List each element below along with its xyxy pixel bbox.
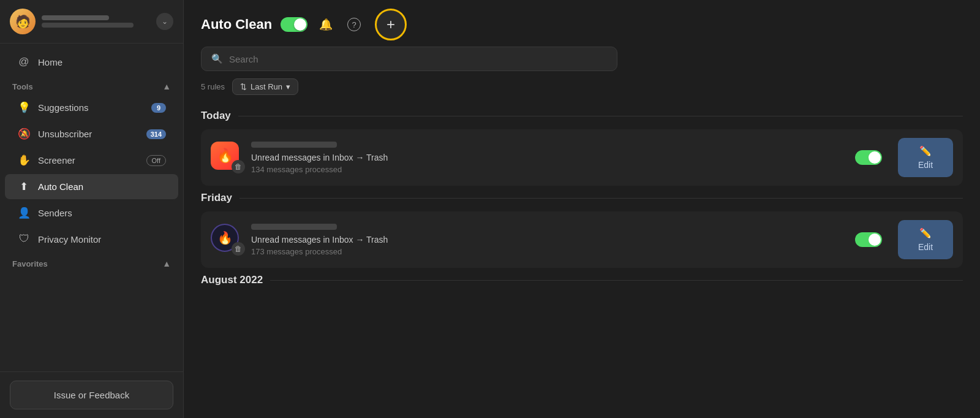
sidebar-item-screener[interactable]: ✋ Screener Off [5,148,178,173]
favorites-collapse-button[interactable]: ▲ [162,259,171,268]
toggle-thumb [294,18,306,31]
rule-toggle-thumb [869,234,881,246]
sidebar-item-label: Senders [38,208,72,218]
rule-toggle-wrapper [855,232,882,247]
auto-clean-toggle[interactable] [281,17,307,32]
issue-feedback-button[interactable]: Issue or Feedback [10,381,173,409]
sidebar-item-privacy-monitor[interactable]: 🛡 Privacy Monitor [5,227,178,251]
sidebar-item-label: Privacy Monitor [38,234,101,245]
bulb-icon: 💡 [17,101,31,114]
rule-info: Unread messages in Inbox → Trash 173 mes… [251,224,846,256]
main-header: Auto Clean 🔔 ? + [184,0,980,40]
chevron-down-icon: ▾ [286,82,290,91]
rule-toggle-thumb [869,151,881,164]
unsubscriber-badge: 314 [146,129,166,139]
rules-count: 5 rules [201,82,225,91]
sidebar-item-label: Home [38,57,62,67]
section-august-2022: August 2022 [201,274,963,286]
edit-label: Edit [918,242,933,252]
avatar: 🧑 [10,9,36,34]
rule-icon-trash: 🗑 [232,160,245,173]
plus-icon: + [386,16,395,33]
sidebar-item-label: Screener [38,155,75,165]
sidebar-item-senders[interactable]: 👤 Senders [5,200,178,226]
hand-icon: ✋ [17,154,31,167]
rule-card: 🔥 🗑 Unread messages in Inbox → Trash 134… [201,129,963,186]
screener-badge: Off [146,155,166,166]
sidebar-collapse-button[interactable]: ⌄ [156,13,173,30]
search-bar: 🔍 [201,47,617,71]
rule-name-placeholder [251,224,337,230]
user-info [42,15,150,28]
tools-section-header: Tools ▲ [0,75,183,94]
sidebar-item-unsubscriber[interactable]: 🔕 Unsubscriber 314 [5,121,178,146]
section-friday: Friday [201,192,963,204]
favorites-section-label: Favorites [12,259,48,268]
shield-icon: 🛡 [17,233,31,245]
sidebar-item-suggestions[interactable]: 💡 Suggestions 9 [5,95,178,120]
edit-rule-button[interactable]: ✏️ Edit [898,138,953,177]
sidebar-footer: Issue or Feedback [0,371,183,418]
user-bar-2 [42,23,134,28]
rule-toggle[interactable] [855,232,882,247]
sidebar-item-label: Unsubscriber [38,129,92,139]
search-icon: 🔍 [211,53,223,64]
rule-toggle[interactable] [855,150,882,165]
tools-section-label: Tools [12,82,33,91]
rule-name-placeholder [251,142,337,148]
edit-icon: ✏️ [919,145,932,157]
help-icon: ? [347,18,361,31]
mute-icon: 🔕 [17,127,31,140]
sidebar-item-label: Auto Clean [38,181,83,192]
edit-icon: ✏️ [919,227,932,239]
tools-collapse-button[interactable]: ▲ [162,82,171,91]
sidebar-nav: @ Home Tools ▲ 💡 Suggestions 9 🔕 Unsubsc… [0,44,183,371]
page-title: Auto Clean [201,17,272,32]
sidebar-item-auto-clean[interactable]: ⬆ Auto Clean [5,174,178,199]
rule-card: 🔥 🗑 Unread messages in Inbox → Trash 173… [201,211,963,268]
suggestions-badge: 9 [151,103,166,113]
bell-icon: 🔔 [319,18,333,31]
rule-processed: 173 messages processed [251,247,846,256]
rule-action: Unread messages in Inbox → Trash [251,153,846,162]
search-container: 🔍 [184,40,980,71]
main-content: Auto Clean 🔔 ? + 🔍 5 rules ⇅ Last Run ▾ [184,0,980,418]
rule-processed: 134 messages processed [251,165,846,174]
edit-label: Edit [918,160,933,170]
rule-icon-trash: 🗑 [232,242,245,256]
section-today: Today [201,110,963,122]
sidebar: 🧑 ⌄ @ Home Tools ▲ 💡 Suggestions 9 🔕 Uns… [0,0,184,418]
rule-info: Unread messages in Inbox → Trash 134 mes… [251,142,846,174]
upload-icon: ⬆ [17,180,31,193]
sort-last-run-button[interactable]: ⇅ Last Run ▾ [232,78,298,95]
rule-action: Unread messages in Inbox → Trash [251,235,846,245]
favorites-section-header: Favorites ▲ [0,253,183,271]
user-bar-1 [42,15,109,20]
search-input[interactable] [229,54,607,64]
sidebar-item-label: Suggestions [38,102,89,113]
rule-toggle-wrapper [855,150,882,165]
rules-content-area: Today 🔥 🗑 Unread messages in Inbox → Tra… [184,95,980,418]
sort-icon: ⇅ [240,82,247,91]
edit-rule-button-2[interactable]: ✏️ Edit [898,220,953,259]
help-button[interactable]: ? [344,15,364,34]
filter-bar: 5 rules ⇅ Last Run ▾ [184,71,980,95]
rule-icon-wrapper: 🔥 🗑 [211,142,243,173]
sidebar-header: 🧑 ⌄ [0,0,183,44]
rule-icon-wrapper: 🔥 🗑 [211,224,243,256]
sidebar-item-home[interactable]: @ Home [5,50,178,74]
sort-label: Last Run [251,82,282,91]
add-rule-button[interactable]: + [375,9,407,40]
notification-bell-button[interactable]: 🔔 [316,15,336,34]
at-icon: @ [17,56,31,68]
person-icon: 👤 [17,207,31,219]
